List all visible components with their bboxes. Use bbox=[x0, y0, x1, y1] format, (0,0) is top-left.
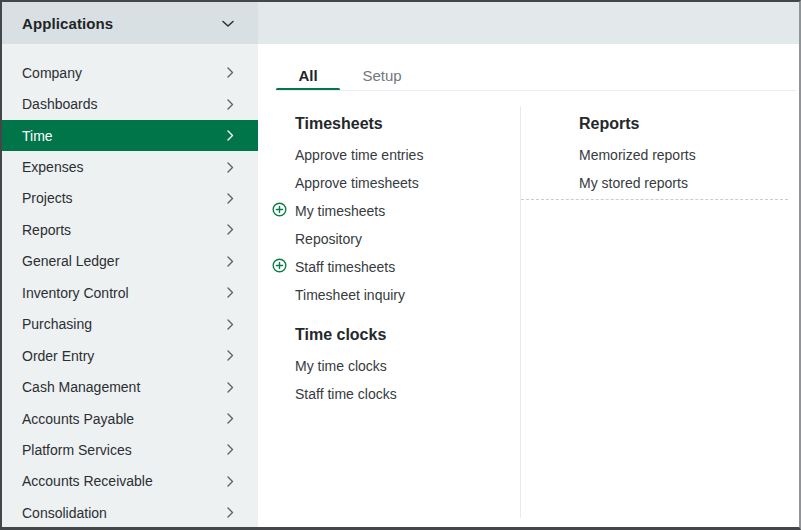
sidebar-item-accounts-payable[interactable]: Accounts Payable bbox=[2, 403, 258, 434]
menu-item-label: My timesheets bbox=[295, 203, 385, 219]
reports-section-divider bbox=[521, 199, 788, 200]
timesheets-column: Timesheets Approve time entries Approve … bbox=[272, 114, 506, 408]
sidebar-item-dashboards[interactable]: Dashboards bbox=[2, 88, 258, 119]
flyout-panel: All Setup Timesheets Approve time entrie… bbox=[258, 44, 799, 527]
sidebar-item-label: General Ledger bbox=[22, 253, 119, 269]
sidebar-menu: Company Dashboards Time Expenses Project… bbox=[2, 44, 258, 529]
chevron-right-icon bbox=[227, 256, 234, 267]
menu-item-label: My time clocks bbox=[295, 358, 387, 374]
menu-item-approve-timesheets[interactable]: Approve timesheets bbox=[272, 169, 506, 197]
sidebar-item-expenses[interactable]: Expenses bbox=[2, 151, 258, 182]
menu-item-timesheet-inquiry[interactable]: Timesheet inquiry bbox=[272, 281, 506, 309]
chevron-down-icon bbox=[222, 14, 234, 32]
sidebar-item-label: Expenses bbox=[22, 159, 83, 175]
menu-item-label: My stored reports bbox=[579, 175, 688, 191]
add-circle-icon[interactable] bbox=[272, 258, 287, 277]
chevron-right-icon bbox=[227, 382, 234, 393]
chevron-right-icon bbox=[227, 350, 234, 361]
chevron-right-icon bbox=[227, 287, 234, 298]
sidebar-item-company[interactable]: Company bbox=[2, 57, 258, 88]
sidebar-item-accounts-receivable[interactable]: Accounts Receivable bbox=[2, 466, 258, 497]
menu-item-approve-time-entries[interactable]: Approve time entries bbox=[272, 141, 506, 169]
reports-column: Reports Memorized reports My stored repo… bbox=[556, 114, 791, 197]
sidebar-item-label: Accounts Payable bbox=[22, 411, 134, 427]
sidebar-item-label: Inventory Control bbox=[22, 285, 129, 301]
column-divider bbox=[520, 106, 521, 518]
menu-item-label: Approve timesheets bbox=[295, 175, 419, 191]
sidebar-item-label: Dashboards bbox=[22, 96, 98, 112]
tabs-divider bbox=[276, 90, 796, 91]
sidebar-item-label: Reports bbox=[22, 222, 71, 238]
sidebar-item-order-entry[interactable]: Order Entry bbox=[2, 340, 258, 371]
menu-item-my-time-clocks[interactable]: My time clocks bbox=[272, 352, 506, 380]
sidebar-item-label: Accounts Receivable bbox=[22, 473, 153, 489]
sidebar-item-label: Projects bbox=[22, 190, 73, 206]
sidebar-item-label: Order Entry bbox=[22, 348, 94, 364]
section-title-time-clocks: Time clocks bbox=[295, 325, 506, 344]
menu-item-label: Memorized reports bbox=[579, 147, 696, 163]
sidebar-item-projects[interactable]: Projects bbox=[2, 183, 258, 214]
menu-item-repository[interactable]: Repository bbox=[272, 225, 506, 253]
menu-item-staff-time-clocks[interactable]: Staff time clocks bbox=[272, 380, 506, 408]
menu-item-staff-timesheets[interactable]: Staff timesheets bbox=[272, 253, 506, 281]
tab-all-label: All bbox=[298, 67, 317, 84]
chevron-right-icon bbox=[227, 476, 234, 487]
menu-item-label: Staff time clocks bbox=[295, 386, 397, 402]
applications-menu-toggle[interactable]: Applications bbox=[2, 2, 258, 44]
tab-setup-label: Setup bbox=[362, 67, 401, 84]
sidebar-item-reports[interactable]: Reports bbox=[2, 214, 258, 245]
menu-item-memorized-reports[interactable]: Memorized reports bbox=[556, 141, 791, 169]
menu-item-my-stored-reports[interactable]: My stored reports bbox=[556, 169, 791, 197]
chevron-right-icon bbox=[227, 319, 234, 330]
tab-all[interactable]: All bbox=[276, 60, 340, 91]
chevron-right-icon bbox=[227, 193, 234, 204]
sidebar-item-general-ledger[interactable]: General Ledger bbox=[2, 246, 258, 277]
sidebar-item-time[interactable]: Time bbox=[2, 120, 258, 151]
sidebar-item-platform-services[interactable]: Platform Services bbox=[2, 434, 258, 465]
sidebar-item-purchasing[interactable]: Purchasing bbox=[2, 309, 258, 340]
top-strip bbox=[258, 2, 799, 44]
sidebar-item-label: Purchasing bbox=[22, 316, 92, 332]
chevron-right-icon bbox=[227, 507, 234, 518]
applications-menu-label: Applications bbox=[22, 15, 113, 32]
menu-item-label: Timesheet inquiry bbox=[295, 287, 405, 303]
section-title-timesheets: Timesheets bbox=[295, 114, 506, 133]
tab-setup[interactable]: Setup bbox=[346, 60, 418, 91]
sidebar-item-label: Consolidation bbox=[22, 505, 107, 521]
section-title-reports: Reports bbox=[579, 114, 791, 133]
sidebar-item-consolidation[interactable]: Consolidation bbox=[2, 497, 258, 528]
sidebar-item-inventory-control[interactable]: Inventory Control bbox=[2, 277, 258, 308]
chevron-right-icon bbox=[227, 130, 234, 141]
menu-item-label: Staff timesheets bbox=[295, 259, 395, 275]
menu-item-label: Repository bbox=[295, 231, 362, 247]
sidebar-item-label: Cash Management bbox=[22, 379, 140, 395]
sidebar: Applications Company Dashboards Time E bbox=[2, 2, 258, 527]
chevron-right-icon bbox=[227, 162, 234, 173]
sidebar-item-label: Time bbox=[22, 128, 53, 144]
chevron-right-icon bbox=[227, 67, 234, 78]
chevron-right-icon bbox=[227, 99, 234, 110]
menu-item-my-timesheets[interactable]: My timesheets bbox=[272, 197, 506, 225]
sidebar-item-cash-management[interactable]: Cash Management bbox=[2, 371, 258, 402]
sidebar-item-label: Company bbox=[22, 65, 82, 81]
application-window: Applications Company Dashboards Time E bbox=[0, 0, 801, 530]
menu-item-label: Approve time entries bbox=[295, 147, 423, 163]
chevron-right-icon bbox=[227, 413, 234, 424]
add-circle-icon[interactable] bbox=[272, 202, 287, 221]
sidebar-item-label: Platform Services bbox=[22, 442, 132, 458]
chevron-right-icon bbox=[227, 444, 234, 455]
chevron-right-icon bbox=[227, 224, 234, 235]
